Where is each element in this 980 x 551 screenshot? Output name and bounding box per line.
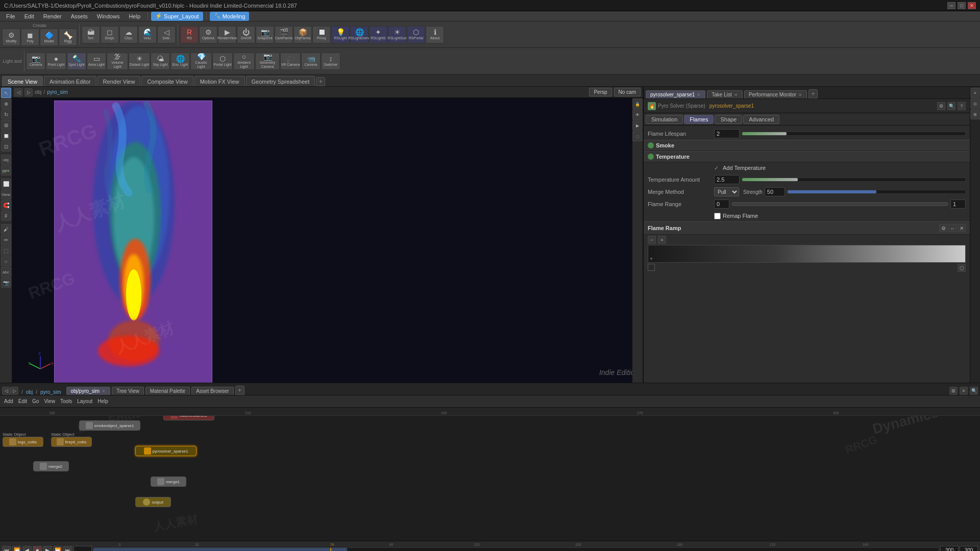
vp-render-btn[interactable]: ▶ [632, 120, 643, 131]
tab-add-button[interactable]: + [316, 77, 325, 86]
shelf-rigg-btn[interactable]: 🦴Rigg [59, 29, 77, 46]
node-tool-edit[interactable]: Edit [16, 398, 29, 404]
flame-range-slider[interactable] [731, 202, 948, 206]
pyro-btn[interactable]: pyro [1, 165, 11, 176]
rtab-close-2[interactable]: ✕ [734, 92, 738, 97]
node-merge2[interactable]: merge2 [33, 461, 69, 471]
node-tool-help[interactable]: Help [95, 398, 110, 404]
ramp-flip-btn[interactable]: ↔ [948, 224, 957, 232]
minimize-button[interactable]: ─ [947, 2, 955, 9]
flame-ramp-section-header[interactable]: Flame Ramp ⚙ ↔ ✕ [644, 221, 970, 235]
env-light-btn[interactable]: 🌐Env. Light [170, 53, 190, 70]
node-tab-main-close[interactable]: ✕ [102, 389, 106, 394]
box-select-btn[interactable]: ⬚ [1, 245, 11, 256]
close-button[interactable]: ✕ [968, 2, 976, 9]
paint-btn[interactable]: 🖌 [1, 224, 11, 234]
node-tool-layout[interactable]: Layout [75, 398, 94, 404]
camera-btn[interactable]: 📷Camera [26, 53, 45, 70]
menu-help[interactable]: Help [125, 12, 144, 21]
shelf-volu-btn[interactable]: 🌊Volu. [138, 26, 157, 43]
sim-tab-simulation[interactable]: Simulation [646, 115, 683, 124]
scale-tool[interactable]: ⊞ [1, 120, 11, 130]
node-tool-view[interactable]: View [42, 398, 57, 404]
rtab-perf-monitor[interactable]: Performance Monitor ✕ [744, 90, 807, 98]
geo-camera-btn[interactable]: 📷Geometry Camera [255, 53, 280, 70]
shelf-side-btn[interactable]: ◁Side. [157, 26, 176, 43]
temperature-section-header[interactable]: Temperature [644, 151, 970, 162]
camera-btn-2[interactable]: 📹Camera [301, 53, 321, 70]
obj-btn[interactable]: obj [1, 155, 11, 165]
tab-motion-fx[interactable]: Motion FX View [194, 76, 245, 86]
tl-play[interactable]: ▶ [43, 546, 52, 552]
edge-btn-2[interactable]: ◎ [970, 98, 981, 109]
shelf-rslightsun-btn[interactable]: ☀RSLightSun [388, 26, 406, 43]
tl-frame-slider[interactable]: 0 30 74 90 120 150 180 210 240 [93, 547, 939, 552]
vp-ghost-btn[interactable]: ◌ [632, 131, 643, 141]
prop-pin-btn[interactable]: ⚙ [937, 102, 945, 110]
snap-btn[interactable]: 🧲 [1, 200, 11, 210]
node-merge1[interactable]: merge1 [151, 477, 186, 487]
rtab-close-3[interactable]: ✕ [798, 92, 802, 97]
task-selector[interactable]: 🔧 Modeling [210, 12, 250, 21]
flame-range-min[interactable] [714, 199, 729, 209]
tab-composite[interactable]: Composite View [141, 76, 193, 86]
ne-layout-btn[interactable]: ≡ [960, 387, 968, 395]
node-smokeobject[interactable]: smokeobject_sparse1 [79, 420, 140, 431]
sim-tab-advanced[interactable]: Advanced [743, 115, 779, 124]
sim-tab-flames[interactable]: Flames [684, 115, 714, 124]
sky-light-btn[interactable]: 🌤Sky Light [151, 53, 170, 70]
vp-lock-btn[interactable]: 🔒 [632, 99, 643, 109]
flame-lifespan-slider[interactable] [742, 132, 966, 136]
shelf-rs-btn[interactable]: RRS [180, 26, 199, 43]
workspace-selector[interactable]: ⚡ Super_Layout [151, 12, 203, 21]
point-light-btn[interactable]: ●Point Light [46, 53, 66, 70]
shelf-onoff-btn[interactable]: ⏻On/Off [237, 26, 255, 43]
strength-slider[interactable] [787, 190, 966, 194]
rtab-pyrosolver[interactable]: pyrosolver_sparse1 ✕ [646, 90, 705, 98]
menu-file[interactable]: File [2, 12, 19, 21]
shelf-rslights-btn[interactable]: ✦RSLightS [369, 26, 387, 43]
lasso-btn[interactable]: ○ [1, 256, 11, 266]
view-btn-1[interactable]: 🔲 [1, 131, 11, 141]
flame-ramp-gradient[interactable]: ▼ [648, 245, 966, 263]
grid-btn[interactable]: # [1, 211, 11, 221]
ne-zoom-btn[interactable]: 🔍 [970, 387, 978, 395]
shelf-modify-btn[interactable]: ⚙Modify [2, 29, 20, 46]
flame-lifespan-input[interactable] [714, 129, 740, 138]
rtab-take-list[interactable]: Take List ✕ [707, 90, 742, 98]
shelf-simpl-btn[interactable]: ◻Simpl. [101, 26, 119, 43]
caustic-light-btn[interactable]: 💎Caustic Light [190, 53, 212, 70]
shelf-model-btn[interactable]: 🔷Model [40, 29, 58, 46]
area-light-btn[interactable]: ▭Area Light [87, 53, 106, 70]
camera-tool-btn[interactable]: 📷 [1, 278, 11, 288]
spot-light-btn[interactable]: 🔦Spot Light [67, 53, 86, 70]
prop-info-btn[interactable]: ? [958, 102, 966, 110]
node-tool-go[interactable]: Go [30, 398, 41, 404]
node-tool-tools[interactable]: Tools [58, 398, 74, 404]
select-tool[interactable]: ↖ [1, 88, 11, 98]
ramp-color-swatch[interactable] [648, 264, 655, 271]
merge-method-select[interactable]: Pull Push Add [714, 187, 739, 196]
smoke-section-header[interactable]: Smoke [644, 140, 970, 151]
node-tool-add[interactable]: Add [2, 398, 15, 404]
shelf-rslight-btn[interactable]: 💡RSLight [331, 26, 350, 43]
node-tab-main[interactable]: obj/pyro_sim ✕ [66, 387, 111, 395]
node-logs-collis[interactable]: logs_collis [3, 437, 43, 447]
remap-flame-checkbox[interactable] [714, 213, 721, 219]
node-tab-material[interactable]: Material Palette [145, 387, 190, 395]
menu-windows[interactable]: Windows [93, 12, 124, 21]
tl-goto-end[interactable]: ⏭ [63, 546, 72, 552]
tl-frame-input[interactable]: 69 [74, 546, 92, 552]
tl-range-300-2[interactable] [960, 546, 978, 552]
menu-assets[interactable]: Assets [67, 12, 92, 21]
tab-scene-view[interactable]: Scene View [2, 76, 43, 86]
node-output[interactable]: output [135, 497, 171, 507]
portal-light-btn[interactable]: ⬡Portal Light [212, 53, 233, 70]
maximize-button[interactable]: □ [958, 2, 966, 9]
shelf-clou-btn[interactable]: ☁Clou. [119, 26, 138, 43]
prop-search-btn[interactable]: 🔍 [947, 102, 955, 110]
menu-edit[interactable]: Edit [20, 12, 38, 21]
tab-render-view[interactable]: Render View [97, 76, 141, 86]
node-back-btn[interactable]: ◁ [2, 387, 10, 395]
persp-btn[interactable]: View [1, 189, 11, 199]
